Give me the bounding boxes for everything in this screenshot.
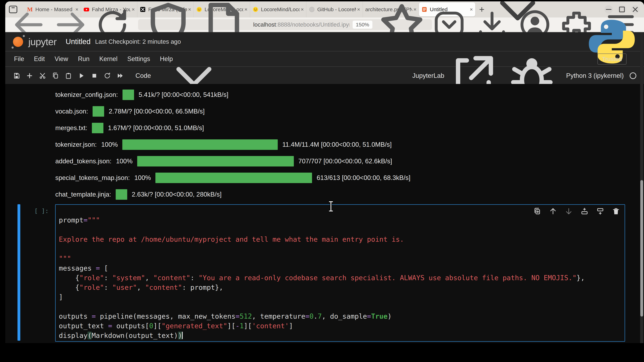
move-cell-down-button[interactable] xyxy=(565,207,573,215)
code-line[interactable]: outputs = pipeline(messages, max_new_tok… xyxy=(59,312,622,321)
notebook-title[interactable]: Untitled xyxy=(66,37,90,46)
download-progress-bar xyxy=(92,106,104,117)
url-text[interactable]: localhost:8888/notebooks/Untitled.ipynb xyxy=(253,21,350,28)
cell-type-value: Code xyxy=(136,72,151,79)
download-progress-row: tokenizer.json:100%11.4M/11.4M [00:00<00… xyxy=(55,136,644,153)
checkpoint-status: Last Checkpoint: 2 minutes ago xyxy=(95,38,181,45)
download-progress-bar xyxy=(122,89,134,100)
download-progress-row: chat_template.jinja:2.63k/? [00:00<00:00… xyxy=(55,186,644,203)
code-line[interactable]: {"role": "user", "content": prompt}, xyxy=(59,283,622,292)
menu-view[interactable]: View xyxy=(50,55,73,63)
download-progress-bar xyxy=(122,139,278,150)
selected-cell-indicator-bar[interactable] xyxy=(18,204,20,341)
jupyter-logo-moon xyxy=(12,46,14,49)
run-all-cells-icon xyxy=(116,72,124,79)
code-line[interactable] xyxy=(59,244,622,254)
run-all-cells-button[interactable] xyxy=(114,70,126,81)
download-progress-row: added_tokens.json:100%707/707 [00:00<00:… xyxy=(55,153,644,169)
interrupt-kernel-icon xyxy=(91,72,98,79)
download-percent: 100% xyxy=(134,174,151,182)
download-file-label: tokenizer.json: xyxy=(55,141,97,148)
copy-cells-button[interactable] xyxy=(50,70,61,81)
browser-tab[interactable]: LocoreMind/LocoOp× xyxy=(250,1,306,17)
duplicate-cell-button[interactable] xyxy=(533,207,541,215)
jupyter-header: jupyter Untitled Last Checkpoint: 2 minu… xyxy=(5,32,644,51)
tab-title: LocoreMind/LocoOp xyxy=(261,6,300,12)
jupyter-wordmark: jupyter xyxy=(28,36,56,47)
download-progress-bar xyxy=(137,156,294,166)
download-stats: 1.67M/? [00:00<00:00, 51.0MB/s] xyxy=(108,124,204,132)
menu-kernel[interactable]: Kernel xyxy=(94,55,122,63)
download-file-label: tokenizer_config.json: xyxy=(55,91,118,98)
scrollbar-thumb[interactable] xyxy=(640,180,643,317)
download-file-label: chat_template.jinja: xyxy=(55,191,111,198)
favicon-github xyxy=(309,6,315,12)
cut-cells-icon xyxy=(39,72,46,79)
insert-cell-above-button[interactable] xyxy=(580,207,588,215)
save-button[interactable] xyxy=(11,70,22,81)
code-line[interactable]: {"role": "system", "content": "You are a… xyxy=(59,273,622,283)
copy-cells-icon xyxy=(52,72,59,79)
code-line[interactable]: display(Markdown(output_text)) xyxy=(59,331,622,340)
cell-toolbar xyxy=(533,207,620,215)
download-stats: 2.78M/? [00:00<00:00, 66.5MB/s] xyxy=(109,108,204,115)
browser-tab[interactable]: GitHub - LocoreMind× xyxy=(306,1,362,17)
download-stats: 11.4M/11.4M [00:00<00:00, 51.0MB/s] xyxy=(282,141,392,148)
download-stats: 5.41k/? [00:00<00:00, 541kB/s] xyxy=(138,91,228,98)
delete-cell-button[interactable] xyxy=(612,207,620,215)
run-cell-icon xyxy=(78,72,85,79)
interrupt-kernel-button[interactable] xyxy=(88,70,100,81)
url-bar[interactable]: localhost:8888/notebooks/Untitled.ipynb … xyxy=(138,19,432,30)
code-line[interactable] xyxy=(59,225,622,235)
insert-cell-below-button[interactable] xyxy=(596,207,604,215)
download-file-label: vocab.json: xyxy=(55,108,88,115)
code-line[interactable]: Explore the repo at /home/ubuntu/myproje… xyxy=(59,235,622,244)
tab-close-button[interactable]: × xyxy=(301,7,304,12)
jupyter-toolbar: Code JupyterLab Python 3 (ipykernel) xyxy=(5,66,644,85)
toolbar-buttons xyxy=(11,70,128,81)
download-stats: 613/613 [00:00<00:00, 68.3kB/s] xyxy=(316,174,410,182)
code-cell[interactable]: prompt="""Explore the repo at /home/ubun… xyxy=(55,204,625,342)
jupyter-logo-moon xyxy=(23,35,25,37)
paste-cells-icon xyxy=(65,72,72,79)
jupyter-logo[interactable] xyxy=(11,34,26,49)
add-cell-button[interactable] xyxy=(24,70,35,81)
download-file-label: added_tokens.json: xyxy=(55,158,112,165)
move-cell-up-button[interactable] xyxy=(549,207,557,215)
download-progress-bar xyxy=(156,173,312,183)
restart-kernel-button[interactable] xyxy=(102,70,113,81)
kernel-name[interactable]: Python 3 (ipykernel) xyxy=(566,72,624,79)
zoom-level-indicator[interactable]: 150% xyxy=(352,21,372,29)
paste-cells-button[interactable] xyxy=(63,70,74,81)
notebook-content: tokenizer_config.json:5.41k/? [00:00<00:… xyxy=(5,84,644,343)
download-percent: 100% xyxy=(116,158,133,165)
menu-file[interactable]: File xyxy=(13,55,29,63)
browser-nav-bar: localhost:8888/notebooks/Untitled.ipynb … xyxy=(5,17,644,32)
code-line[interactable]: """ xyxy=(59,254,622,263)
save-icon xyxy=(13,72,20,79)
download-progress-row: merges.txt:1.67M/? [00:00<00:00, 51.0MB/… xyxy=(55,120,644,136)
run-cell-button[interactable] xyxy=(76,70,87,81)
jupyter-logo-planet xyxy=(13,37,23,47)
menu-edit[interactable]: Edit xyxy=(29,55,50,63)
code-editor[interactable]: prompt="""Explore the repo at /home/ubun… xyxy=(59,215,622,340)
download-progress-output: tokenizer_config.json:5.41k/? [00:00<00:… xyxy=(5,84,644,203)
download-file-label: merges.txt: xyxy=(55,124,87,132)
browser-window: MHome - Massed Comp×Fahd Mirza - YouTube… xyxy=(5,1,644,343)
restart-kernel-icon xyxy=(104,72,111,79)
cut-cells-button[interactable] xyxy=(37,70,48,81)
tab-close-button[interactable]: × xyxy=(132,7,135,12)
code-line[interactable]: prompt=""" xyxy=(59,215,622,225)
code-line[interactable] xyxy=(59,302,622,312)
download-progress-bar xyxy=(116,189,127,200)
add-cell-icon xyxy=(26,72,33,79)
code-line[interactable]: output_text = outputs[0]["generated_text… xyxy=(59,321,622,331)
code-line[interactable]: messages = [ xyxy=(59,263,622,273)
code-line[interactable]: ] xyxy=(59,292,622,302)
page-scrollbar[interactable] xyxy=(640,32,643,343)
download-stats: 2.63k/? [00:00<00:00, 280kB/s] xyxy=(132,191,222,198)
tab-close-button[interactable]: × xyxy=(357,7,360,12)
kernel-status-indicator[interactable] xyxy=(630,72,636,79)
menu-run[interactable]: Run xyxy=(73,55,94,63)
download-stats: 707/707 [00:00<00:00, 62.6kB/s] xyxy=(298,158,392,165)
